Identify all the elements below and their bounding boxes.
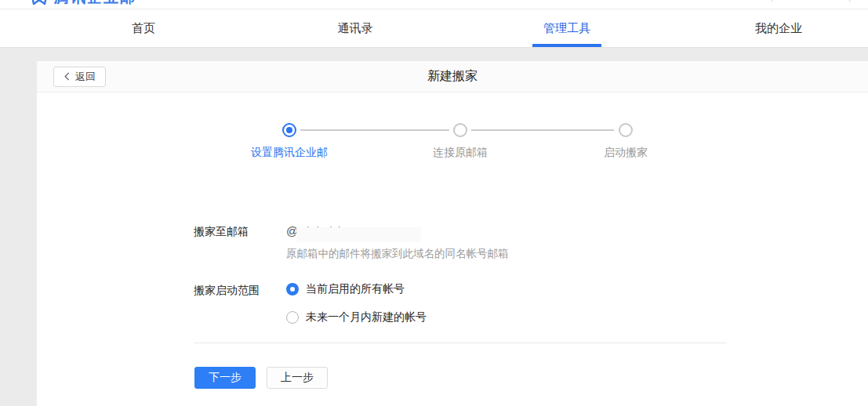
- form-divider: [194, 343, 727, 343]
- step-setup-exmail: 设置腾讯企业邮: [251, 123, 328, 160]
- mailbox-label: 搬家至邮箱: [194, 223, 286, 261]
- chevron-left-icon: [64, 72, 71, 81]
- tab-label: 通讯录: [338, 21, 373, 36]
- tab-label: 管理工具: [543, 21, 590, 36]
- mailbox-helper-text: 原邮箱中的邮件将搬家到此域名的同名帐号邮箱: [286, 246, 509, 261]
- migration-form: 搬家至邮箱 @wh.baiyin.com 原邮箱中的邮件将搬家到此域名的同名帐号…: [37, 223, 868, 389]
- radio-option-label: 未来一个月内新建的帐号: [306, 310, 427, 324]
- card-header: 返回 新建搬家: [37, 61, 868, 92]
- radio-unselected-icon[interactable]: [286, 311, 299, 324]
- exmail-logo[interactable]: 腾讯企业邮: [30, 0, 136, 8]
- exmail-logo-icon: [30, 0, 49, 7]
- step-circle-active: [282, 123, 296, 137]
- step-circle: [453, 123, 467, 137]
- page-body: 返回 新建搬家 设置腾讯企业邮 连接原邮箱 启动搬家 搬家至邮箱: [0, 48, 868, 406]
- step-start-migration: 启动搬家: [604, 123, 648, 160]
- mailbox-row: 搬家至邮箱 @wh.baiyin.com 原邮箱中的邮件将搬家到此域名的同名帐号…: [194, 223, 868, 261]
- step-label: 启动搬家: [604, 146, 648, 160]
- step-connector: [471, 129, 614, 131]
- manage-wework-link[interactable]: 管理企业微信: [783, 0, 839, 2]
- tab-label: 我的企业: [755, 21, 802, 36]
- next-step-button[interactable]: 下一步: [194, 367, 256, 389]
- scope-row: 搬家启动范围 当前启用的所有帐号 未来一个月内新建的帐号: [194, 282, 868, 324]
- migration-card: 返回 新建搬家 设置腾讯企业邮 连接原邮箱 启动搬家 搬家至邮箱: [37, 61, 868, 406]
- radio-option-new-accounts-next-month[interactable]: 未来一个月内新建的帐号: [286, 310, 427, 324]
- step-circle: [619, 123, 633, 137]
- tab-my-company[interactable]: 我的企业: [673, 9, 868, 47]
- back-button[interactable]: 返回: [53, 67, 106, 87]
- top-links: 你好，崔倩倩 | 管理企业微信 | 退出: [705, 0, 868, 2]
- back-button-label: 返回: [75, 70, 96, 84]
- tab-home[interactable]: 首页: [38, 9, 249, 47]
- step-label: 设置腾讯企业邮: [251, 146, 328, 160]
- redaction-overlay: [296, 227, 421, 242]
- radio-option-label: 当前启用的所有帐号: [306, 282, 405, 296]
- scope-options: 当前启用的所有帐号 未来一个月内新建的帐号: [286, 282, 427, 324]
- tab-label: 首页: [132, 21, 155, 36]
- active-tab-underline: [532, 44, 601, 47]
- separator: |: [771, 0, 773, 2]
- redacted-domain: wh.baiyin.com: [298, 223, 372, 239]
- mailbox-value-block: @wh.baiyin.com 原邮箱中的邮件将搬家到此域名的同名帐号邮箱: [286, 223, 509, 261]
- step-connect-original-mailbox: 连接原邮箱: [433, 123, 488, 160]
- main-nav: 首页 通讯录 管理工具 我的企业: [0, 9, 868, 48]
- top-bar: 腾讯企业邮 你好，崔倩倩 | 管理企业微信 | 退出: [0, 0, 868, 9]
- greeting-text: 你好，崔倩倩: [705, 0, 761, 2]
- page-title: 新建搬家: [427, 68, 478, 85]
- logo-text: 腾讯企业邮: [54, 0, 136, 8]
- separator: |: [848, 0, 851, 2]
- radio-option-all-current-accounts[interactable]: 当前启用的所有帐号: [286, 282, 427, 296]
- previous-step-button[interactable]: 上一步: [267, 367, 328, 389]
- step-label: 连接原邮箱: [433, 146, 488, 160]
- mailbox-value: @wh.baiyin.com: [286, 223, 509, 239]
- tab-admin-tools[interactable]: 管理工具: [461, 9, 673, 47]
- form-actions: 下一步 上一步: [194, 367, 868, 389]
- logout-link[interactable]: 退出: [860, 0, 868, 2]
- tab-contacts[interactable]: 通讯录: [249, 9, 461, 47]
- migration-stepper: 设置腾讯企业邮 连接原邮箱 启动搬家: [37, 123, 868, 175]
- radio-selected-icon[interactable]: [286, 283, 299, 295]
- scope-label: 搬家启动范围: [194, 282, 286, 324]
